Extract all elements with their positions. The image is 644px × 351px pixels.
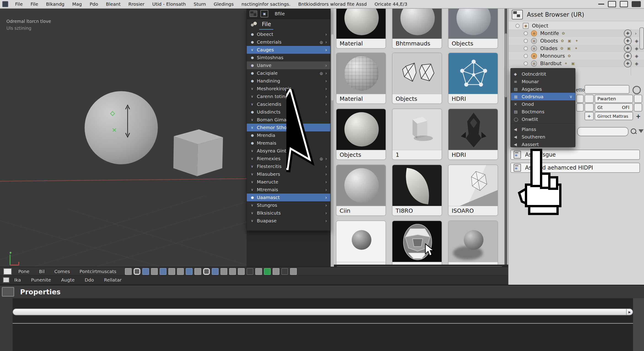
toolbar-menu-item[interactable]: Bil <box>39 269 45 274</box>
app-logo-icon[interactable] <box>2 1 8 7</box>
grid-vertical-scrollbar[interactable] <box>504 8 507 265</box>
asset-card[interactable]: Material <box>336 8 386 49</box>
asset-card[interactable]: HDRI <box>448 108 498 160</box>
toolbar-tool-icon[interactable] <box>142 268 149 275</box>
menu-item[interactable]: ∨Stungros› <box>247 201 330 209</box>
menu-item[interactable]: ●Handining› <box>247 77 330 85</box>
titlebar-menu-item[interactable]: File <box>15 1 23 7</box>
properties-slider-bar[interactable]: ▶ <box>12 309 633 315</box>
toolbar-tool-icon[interactable] <box>281 268 288 275</box>
toolbar-tool-icon[interactable] <box>203 268 210 275</box>
form-cell-right1[interactable] <box>634 95 642 103</box>
toolbar-tool-icon[interactable] <box>272 268 280 275</box>
titlebar-menu-item[interactable]: Mag <box>72 1 82 7</box>
sphere-object[interactable] <box>84 91 158 164</box>
mesh-data-icon[interactable]: ◈ <box>635 38 638 44</box>
cube-object[interactable] <box>173 129 223 176</box>
form-cell-small4[interactable] <box>584 103 594 111</box>
search-input[interactable] <box>577 127 628 136</box>
radio-icon[interactable] <box>516 24 520 28</box>
menu-item[interactable]: ●Caciqiale◎› <box>247 69 330 77</box>
asset-card[interactable] <box>448 221 498 269</box>
radio-icon[interactable] <box>524 46 528 50</box>
toolbar-tool-icon[interactable] <box>125 268 132 275</box>
menu-item[interactable]: ∨Maeructe› <box>247 178 330 186</box>
form-cell-small3[interactable] <box>576 103 584 111</box>
menu-item[interactable]: ●Cemterials◎› <box>247 38 330 46</box>
context-menu-item[interactable]: ◀Planss <box>511 125 575 133</box>
mesh-data-icon[interactable]: › <box>635 31 637 36</box>
outliner-scrollbar[interactable] <box>640 27 644 49</box>
form-cell-right2[interactable] <box>634 103 642 111</box>
nav-axes-gizmo[interactable] <box>10 252 19 265</box>
mesh-data-icon[interactable]: ◈ <box>635 61 638 66</box>
toolbar-tool-icon[interactable] <box>255 268 262 275</box>
outliner-row[interactable]: ◍Montife✿✚› <box>508 29 644 37</box>
menu-item[interactable]: ●Uanve› <box>247 61 330 69</box>
menu-item[interactable]: ●Obeect› <box>247 30 330 38</box>
menu-item[interactable]: ●Simtoshnas <box>247 54 330 61</box>
menu-item[interactable]: ●Uaamasct› <box>247 194 330 201</box>
titlebar-menu-item[interactable]: Blkandg <box>46 1 64 7</box>
outliner-row[interactable]: ◍Blardbut✦ ▣✚◈ <box>508 60 644 67</box>
filter-icon[interactable] <box>638 129 644 133</box>
context-menu-item[interactable]: ▤Asgacies <box>511 85 575 93</box>
workspace-button[interactable] <box>620 1 628 7</box>
context-menu-item[interactable]: ▤Boctmons <box>511 108 575 115</box>
asset-card[interactable]: HDRI <box>448 52 498 104</box>
outliner-row[interactable]: ◍Monnours✿✚◈ <box>508 52 644 60</box>
form-pair-field[interactable]: Gt OFl <box>594 103 633 111</box>
toolbar-tool-icon[interactable] <box>194 268 202 275</box>
radio-icon[interactable] <box>524 39 528 43</box>
toolbar-menu-item[interactable]: Ddo <box>84 277 94 283</box>
toolbar-tool-icon[interactable] <box>186 268 193 275</box>
form-name-field[interactable]: Pwarten <box>594 95 633 103</box>
add-item-left-button[interactable]: + <box>584 112 594 120</box>
toolbar-menu-item[interactable]: Ika <box>14 277 21 283</box>
minimize-button[interactable] <box>598 4 604 4</box>
titlebar-menu-item[interactable]: Rrosier <box>128 1 144 7</box>
search-icon[interactable] <box>631 128 636 134</box>
mesh-data-icon[interactable]: ◈ <box>635 53 638 59</box>
titlebar-menu-item[interactable]: Bleant <box>106 1 120 7</box>
titlebar-menu-item[interactable]: Sturn <box>194 1 206 7</box>
context-menu-item[interactable]: ◀Aassert <box>511 141 575 148</box>
toolbar-menu-item[interactable]: Pontcirtmuscats <box>80 269 116 274</box>
asset-card[interactable]: Objects <box>392 52 442 104</box>
toolbar-tool-icon[interactable] <box>168 268 176 275</box>
menu-item[interactable]: ∨Mtremais› <box>247 186 330 194</box>
toolbar-tool-icon[interactable] <box>229 268 236 275</box>
editor-type-icon[interactable] <box>250 10 257 17</box>
book-icon[interactable] <box>3 277 10 283</box>
add-circle-icon[interactable]: ✚ <box>624 37 632 45</box>
close-button[interactable] <box>632 1 641 7</box>
display-mode-icon[interactable]: ▣ <box>260 10 268 17</box>
titlebar-menu-item[interactable]: File <box>30 1 38 7</box>
asset-card[interactable] <box>336 221 386 269</box>
toolbar-tool-icon[interactable] <box>246 268 254 275</box>
titlebar-menu-item[interactable]: Oricate 44,E/3 <box>374 1 407 7</box>
menu-item[interactable]: ∨Buapase› <box>247 217 330 225</box>
form-list-field[interactable]: Girroct Mattras <box>594 112 633 120</box>
context-menu-item[interactable]: ≡Mounar <box>511 78 575 85</box>
asset-card[interactable]: TI8RO <box>392 165 442 216</box>
properties-icon[interactable] <box>2 287 14 297</box>
add-circle-icon[interactable]: ✚ <box>624 44 632 52</box>
toolbar-tool-icon[interactable] <box>290 268 297 275</box>
toolbar-menu-item[interactable]: Comes <box>54 269 70 274</box>
add-circle-icon[interactable]: ✚ <box>624 52 632 60</box>
titlebar-menu-item[interactable]: nsctinginfor sactings. <box>242 1 290 7</box>
toolbar-menu-item[interactable]: Rellatar <box>104 277 122 283</box>
outliner-row[interactable]: ◍Oboots✿ ▣ ✦✚◈ <box>508 37 644 44</box>
form-input-top[interactable] <box>584 85 629 94</box>
menu-tab-label[interactable]: Bfile <box>275 11 285 16</box>
toolbar-tool-icon[interactable] <box>177 268 184 275</box>
radio-icon[interactable] <box>524 61 528 66</box>
add-circle-icon[interactable]: ✚ <box>624 29 632 37</box>
context-menu-item[interactable]: ◯Onwtlit <box>511 115 575 123</box>
menu-item[interactable]: ∨Cauges› <box>247 46 330 54</box>
toolbar-tool-icon[interactable] <box>264 268 271 275</box>
asset-card[interactable]: Bhtmmauds <box>392 8 442 49</box>
toolbar-tool-icon[interactable] <box>238 268 245 275</box>
add-circle-icon[interactable]: ✚ <box>624 60 632 67</box>
